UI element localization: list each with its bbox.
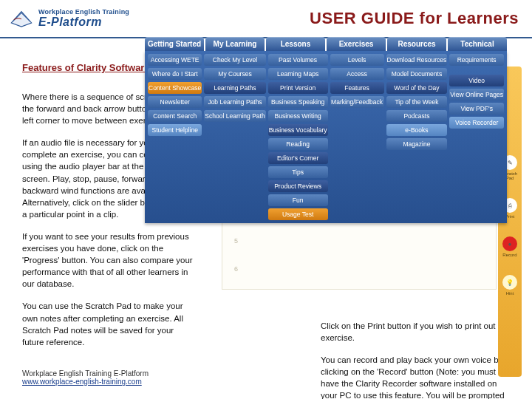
para-print: Click on the Print button if you wish to… [321, 320, 510, 344]
menu-item-where-do-i-start[interactable]: Where do I Start [148, 68, 202, 80]
side-tool-hint[interactable]: 💡 Hint [502, 275, 517, 296]
menu-item-job-learning-paths[interactable]: Job Learning Paths [204, 96, 265, 108]
menu-item-podcasts[interactable]: Podcasts [386, 110, 448, 122]
menu-item-view-pdf-s[interactable]: View PDF's [449, 103, 504, 115]
brand-line2: E-Platform [38, 16, 129, 29]
menu-item-video[interactable]: Video [449, 75, 504, 86]
nav-tab-technical[interactable]: Technical [448, 37, 507, 51]
menu-item-learning-maps[interactable]: Learning Maps [268, 68, 328, 80]
menu-item-usage-test[interactable]: Usage Test [268, 208, 328, 220]
menu-item-tip-of-the-week[interactable]: Tip of the Week [386, 96, 448, 108]
menu-item-magazine[interactable]: Magazine [386, 138, 448, 150]
menu-item-features[interactable]: Features [330, 82, 384, 94]
menu-item-business-writing[interactable]: Business Writing [268, 110, 328, 122]
menu-item-download-resources[interactable]: Download Resources [386, 54, 448, 66]
nav-tab-lessons[interactable]: Lessons [266, 37, 325, 51]
para-progress: If you want to see your results from pre… [22, 231, 196, 290]
header: Workplace English Training E-Platform US… [0, 0, 532, 38]
menu-item-business-speaking[interactable]: Business Speaking [268, 96, 328, 108]
menu-item-print-version[interactable]: Print Version [268, 82, 328, 94]
logo-icon [9, 7, 34, 30]
menu-item-word-of-the-day[interactable]: Word of the Day [386, 82, 448, 94]
brand-line1: Workplace English Training [38, 8, 129, 16]
menu-item-access[interactable]: Access [330, 68, 384, 80]
record-icon: ● [502, 236, 517, 251]
menu-item-fun[interactable]: Fun [268, 194, 328, 206]
menu-item-reading[interactable]: Reading [268, 138, 328, 150]
para-record: You can record and play back your own vo… [321, 354, 510, 399]
menu-item-past-volumes[interactable]: Past Volumes [268, 54, 328, 66]
menu-item-my-courses[interactable]: My Courses [204, 68, 265, 80]
menu-item-model-documents[interactable]: Model Documents [386, 68, 448, 80]
menu-item-requirements[interactable]: Requirements [449, 54, 504, 66]
footer: Workplace English Training E-Platform ww… [22, 369, 149, 386]
menu-item-marking-feedback[interactable]: Marking/Feedback [330, 96, 384, 108]
footer-company: Workplace English Training E-Platform [22, 369, 149, 378]
nav-tab-exercises[interactable]: Exercises [327, 37, 386, 51]
menu-item-school-learning-path[interactable]: School Learning Path [204, 110, 265, 122]
menu-item-voice-recorder[interactable]: Voice Recorder [449, 117, 504, 129]
main-nav-menu: Getting StartedMy LearningLessonsExercis… [145, 37, 507, 223]
menu-item-levels[interactable]: Levels [330, 54, 384, 66]
menu-item-tips[interactable]: Tips [268, 166, 328, 178]
footer-link[interactable]: www.workplace-english-training.com [22, 378, 142, 386]
page-title: USER GUIDE for Learners [310, 9, 519, 28]
menu-item-check-my-level[interactable]: Check My Level [204, 54, 265, 66]
menu-item-newsletter[interactable]: Newsletter [148, 96, 202, 108]
nav-tab-resources[interactable]: Resources [387, 37, 446, 51]
menu-item-product-reviews[interactable]: Product Reviews [268, 180, 328, 192]
menu-item-learning-paths[interactable]: Learning Paths [204, 82, 265, 94]
lightbulb-icon: 💡 [502, 275, 517, 290]
brand-logo: Workplace English Training E-Platform [9, 7, 129, 30]
side-tool-record[interactable]: ● Record [502, 236, 517, 257]
menu-item-accessing-wete[interactable]: Accessing WETE [148, 54, 202, 66]
menu-item-student-helpline[interactable]: Student Helpline [148, 124, 202, 136]
menu-item-view-online-pages[interactable]: View Online Pages [449, 89, 504, 100]
para-scratchpad: You can use the Scratch Pad to make your… [22, 300, 196, 347]
nav-tab-getting-started[interactable]: Getting Started [145, 37, 204, 51]
menu-item-e-books[interactable]: e-Books [386, 124, 448, 136]
menu-item-content-showcase[interactable]: Content Showcase [148, 82, 202, 94]
menu-item-content-search[interactable]: Content Search [148, 110, 202, 122]
menu-item-business-vocabulary[interactable]: Business Vocabulary [268, 124, 328, 136]
nav-tab-my-learning[interactable]: My Learning [205, 37, 265, 51]
menu-item-editor-s-corner[interactable]: Editor's Corner [268, 152, 328, 164]
